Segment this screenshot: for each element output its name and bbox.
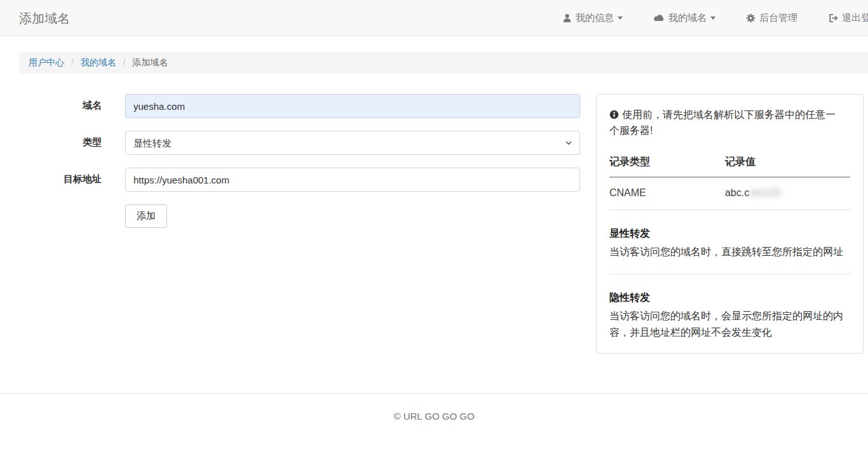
logout-icon	[828, 13, 838, 23]
info-panel: 使用前，请先把域名解析以下服务器中的任意一个服务器! 记录类型 记录值 CNAM…	[596, 94, 864, 354]
user-icon	[562, 13, 572, 23]
nav-label: 我的域名	[668, 12, 707, 24]
type-label: 类型	[19, 131, 102, 155]
domain-label: 域名	[19, 94, 102, 118]
explicit-forward-description: 当访客访问您的域名时，直接跳转至您所指定的网址	[609, 244, 848, 260]
form-row-target: 目标地址	[19, 168, 580, 192]
breadcrumb-separator: /	[71, 57, 74, 67]
breadcrumb-separator: /	[123, 57, 126, 67]
add-button[interactable]: 添加	[125, 204, 167, 228]
nav-logout[interactable]: 退出登录	[828, 12, 868, 24]
record-type-header: 记录类型	[609, 150, 725, 177]
nav-label: 我的信息	[576, 12, 614, 24]
implicit-forward-section: 隐性转发 当访客访问您的域名时，会显示您所指定的网址的内容，并且地址栏的网址不会…	[609, 291, 850, 340]
top-nav: 我的信息 我的域名 后台管理 退出登录	[562, 0, 868, 36]
record-value-cell: abc.com123	[725, 177, 850, 210]
type-select[interactable]: 显性转发	[125, 131, 580, 155]
table-header-row: 记录类型 记录值	[609, 150, 850, 177]
breadcrumb: 用户中心 / 我的域名 / 添加域名	[19, 52, 868, 74]
add-domain-form: 域名 类型 显性转发 目标地址	[19, 94, 580, 241]
nav-admin[interactable]: 后台管理	[746, 12, 797, 24]
domain-input[interactable]	[125, 94, 580, 118]
top-header: 添加域名 我的信息 我的域名 后台管理	[0, 0, 868, 36]
form-row-type: 类型 显性转发	[19, 131, 580, 155]
dns-notice: 使用前，请先把域名解析以下服务器中的任意一个服务器!	[609, 107, 843, 139]
form-row-domain: 域名	[19, 94, 580, 118]
cloud-icon	[653, 14, 665, 22]
dns-record-table: 记录类型 记录值 CNAME abc.com123	[609, 150, 850, 210]
form-row-submit: 添加	[19, 204, 580, 228]
implicit-forward-description: 当访客访问您的域名时，会显示您所指定的网址的内容，并且地址栏的网址不会发生变化	[609, 308, 848, 340]
nav-label: 后台管理	[759, 12, 797, 24]
gear-icon	[746, 13, 756, 23]
page-footer: © URL GO GO GO	[0, 393, 868, 422]
table-row: CNAME abc.com123	[609, 177, 850, 210]
main-content: 域名 类型 显性转发 目标地址	[0, 94, 868, 354]
page: 添加域名 我的信息 我的域名 后台管理	[0, 0, 868, 459]
explicit-forward-title: 显性转发	[609, 227, 850, 241]
breadcrumb-user-center[interactable]: 用户中心	[29, 57, 64, 67]
implicit-forward-title: 隐性转发	[609, 291, 850, 305]
page-title: 添加域名	[19, 10, 70, 27]
nav-label: 退出登录	[842, 12, 868, 24]
breadcrumb-current: 添加域名	[132, 57, 168, 67]
breadcrumb-my-domains[interactable]: 我的域名	[81, 57, 116, 67]
redacted-text: om123	[749, 187, 780, 198]
target-url-label: 目标地址	[19, 168, 102, 192]
record-type-cell: CNAME	[609, 177, 725, 210]
info-circle-icon	[609, 110, 619, 119]
dns-notice-text: 使用前，请先把域名解析以下服务器中的任意一个服务器!	[609, 109, 836, 136]
divider	[609, 274, 850, 274]
caret-down-icon	[618, 17, 623, 20]
copyright-text: © URL GO GO GO	[0, 411, 868, 422]
nav-my-info[interactable]: 我的信息	[562, 12, 623, 24]
caret-down-icon	[710, 17, 715, 20]
target-url-input[interactable]	[125, 168, 580, 192]
explicit-forward-section: 显性转发 当访客访问您的域名时，直接跳转至您所指定的网址	[609, 227, 850, 260]
nav-my-domains[interactable]: 我的域名	[653, 12, 715, 24]
record-value-header: 记录值	[725, 150, 850, 177]
